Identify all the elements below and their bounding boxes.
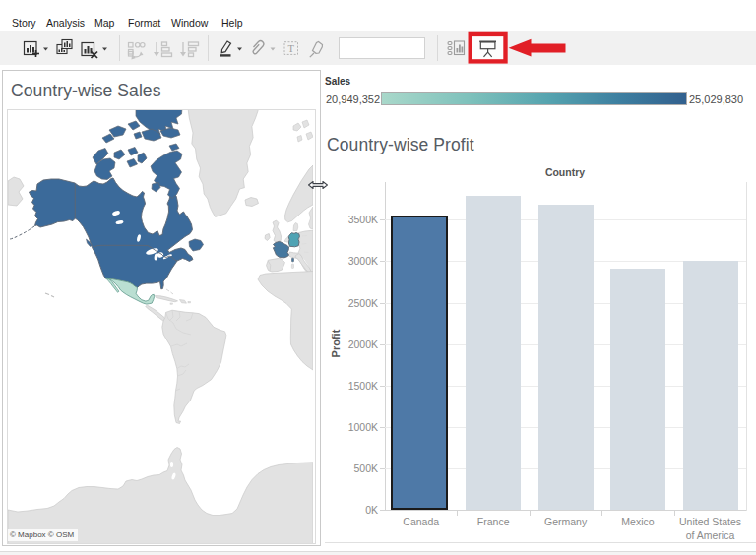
svg-text:T: T [287, 43, 294, 54]
